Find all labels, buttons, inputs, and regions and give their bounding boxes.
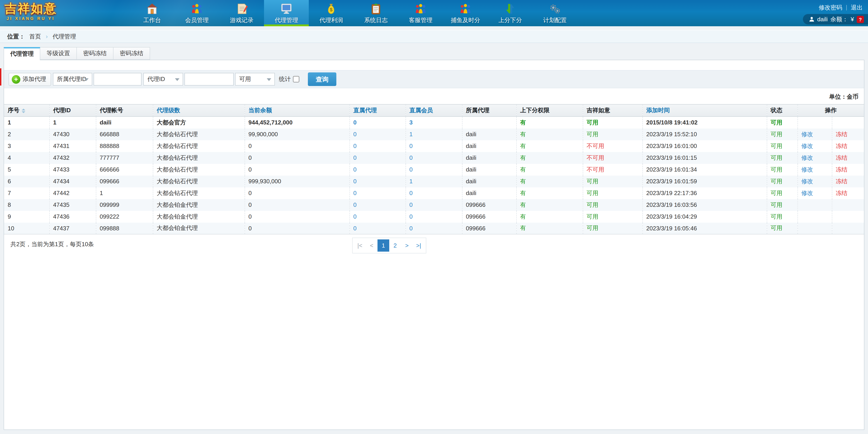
edit-link[interactable]: 修改 [798,140,832,152]
svg-text:$: $ [330,6,333,12]
nav-item-members[interactable]: 会员管理 [175,0,219,26]
cell-updown: 有 [516,211,583,223]
cell-updown: 有 [516,164,583,175]
cell-updown: 有 [516,128,583,140]
nav-item-workbench[interactable]: 工作台 [130,0,175,26]
cell-added: 2015/10/8 19:41:02 [643,117,767,128]
header-direct-agents[interactable]: 直属代理 [349,104,405,117]
edit-link[interactable]: 修改 [798,128,832,140]
clipboard-icon [369,2,382,15]
header-direct-members[interactable]: 直属会员 [405,104,462,117]
header-status: 状态 [767,104,798,117]
cell-parent: daili [462,128,516,140]
page-next-button[interactable]: > [401,239,413,252]
cell-account: daili [96,117,153,128]
agent-id-input[interactable] [184,73,234,86]
cell-level: 大都会铂金代理 [153,223,245,234]
change-password-link[interactable]: 修改密码 [819,4,842,12]
unit-label: 单位：金币 [4,88,864,104]
edit-link[interactable]: 修改 [798,164,832,175]
nav-item-agent-management[interactable]: 代理管理 [264,0,309,26]
cell-status: 可用 [767,223,798,234]
search-button[interactable]: 查询 [308,73,336,86]
cell-balance: 944,452,712,000 [245,117,349,128]
cell-updown: 有 [516,175,583,187]
balance-refresh-badge[interactable]: ? [857,16,864,23]
table-row: 547433666666大都会钻石代理000daili有不可用2023/3/19… [4,164,864,175]
agent-id-select[interactable]: 代理ID [143,73,183,86]
cell-direct_members: 0 [405,140,462,152]
nav-item-customer-service[interactable]: 客服管理 [398,0,443,26]
breadcrumb-home-link[interactable]: 首页 [29,33,41,40]
stats-checkbox[interactable] [293,76,299,82]
tab-password-freeze-2[interactable]: 密码冻结 [114,47,150,60]
nav-item-fishing-points[interactable]: 捕鱼及时分 [443,0,488,26]
cell-account: 099888 [96,223,153,234]
header-added-time[interactable]: 添加时间 [643,104,767,117]
cell-agent_id: 47435 [49,199,96,211]
cell-added: 2023/3/19 16:05:46 [643,223,767,234]
divider [846,5,847,10]
cell-direct_members: 1 [405,128,462,140]
table-row: 1047437099888大都会铂金代理000099666有可用2023/3/1… [4,223,864,234]
parent-agent-id-select[interactable]: 所属代理ID [53,73,92,86]
cell-level: 大都会官方 [153,117,245,128]
freeze-link[interactable]: 冻结 [832,140,864,152]
freeze-link [832,117,864,128]
tab-agent-management[interactable]: 代理管理 [4,47,40,60]
page-first-button[interactable]: |< [354,239,366,252]
cell-updown: 有 [516,199,583,211]
status-select[interactable]: 可用 [235,73,275,86]
cell-level: 大都会钻石代理 [153,140,245,152]
nav-item-system-logs[interactable]: 系统日志 [353,0,398,26]
cell-account: 666888 [96,128,153,140]
cell-direct_members: 0 [405,164,462,175]
add-agent-button[interactable]: + 添加代理 [8,73,51,86]
header-level[interactable]: 代理级数 [153,104,245,117]
page-prev-button[interactable]: < [366,239,377,252]
cell-direct_members: 1 [405,175,462,187]
breadcrumb-current: 代理管理 [53,33,76,40]
cell-direct_agents: 0 [349,211,405,223]
edit-link[interactable]: 修改 [798,175,832,187]
cell-direct_members: 0 [405,152,462,164]
cell-jixiang: 不可用 [583,140,643,152]
nav-item-score-updown[interactable]: 上分下分 [488,0,532,26]
edit-link[interactable]: 修改 [798,187,832,199]
cell-direct_agents: 0 [349,117,405,128]
cell-index: 8 [4,199,49,211]
nav-label: 游戏记录 [230,16,253,24]
freeze-link[interactable]: 冻结 [832,175,864,187]
page-2-button[interactable]: 2 [389,239,401,252]
freeze-link[interactable]: 冻结 [832,128,864,140]
cell-jixiang: 不可用 [583,164,643,175]
freeze-link[interactable]: 冻结 [832,152,864,164]
page-1-button[interactable]: 1 [377,239,389,252]
header-balance[interactable]: 当前余额 [245,104,349,117]
cell-index: 1 [4,117,49,128]
nav-item-plan-config[interactable]: 计划配置 [532,0,577,26]
nav-item-game-records[interactable]: 游戏记录 [219,0,264,26]
cell-agent_id: 47432 [49,152,96,164]
header-index[interactable]: 序号 [4,104,49,117]
logout-link[interactable]: 退出 [851,4,863,12]
tab-level-settings[interactable]: 等级设置 [40,47,77,60]
freeze-link [832,199,864,211]
nav-item-agent-profit[interactable]: $ 代理利润 [309,0,353,26]
cell-updown: 有 [516,117,583,128]
brand-logo[interactable]: 吉祥如意 JI XIANG RU YI [4,3,57,21]
cell-balance: 0 [245,164,349,175]
parent-agent-id-input[interactable] [94,73,142,86]
freeze-link [832,211,864,223]
brand-subtitle: JI XIANG RU YI [4,17,57,21]
page-last-button[interactable]: >| [413,239,425,252]
edit-link[interactable]: 修改 [798,152,832,164]
cell-index: 3 [4,140,49,152]
freeze-link[interactable]: 冻结 [832,187,864,199]
cell-direct_agents: 0 [349,152,405,164]
freeze-link[interactable]: 冻结 [832,164,864,175]
user-icon [809,16,814,22]
user-balance-pill: daili 余额： ¥ ? [803,14,868,24]
tab-password-freeze-1[interactable]: 密码冻结 [77,47,114,60]
cell-parent: daili [462,140,516,152]
